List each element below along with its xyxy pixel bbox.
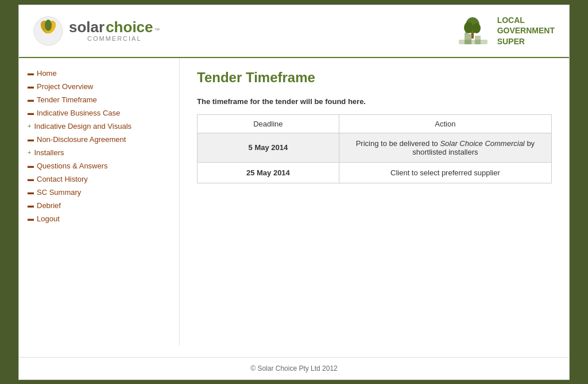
sidebar-item-tender-timeframe[interactable]: ▬ Tender Timeframe bbox=[25, 93, 173, 106]
date-cell-1: 5 May 2014 bbox=[198, 133, 339, 162]
sidebar-item-contact-history[interactable]: ▬ Contact History bbox=[25, 172, 173, 186]
svg-rect-6 bbox=[475, 36, 481, 44]
svg-rect-5 bbox=[465, 34, 471, 44]
nav-link-indicative-design[interactable]: Indicative Design and Visuals bbox=[34, 122, 131, 130]
sidebar-item-debrief[interactable]: ▬ Debrief bbox=[25, 199, 173, 212]
nav-arrow-sc: ▬ bbox=[28, 189, 34, 195]
brand-italic: Solar Choice Commercial bbox=[440, 139, 524, 148]
timeframe-table: Deadline Action 5 May 2014 Pricing to be… bbox=[197, 114, 552, 183]
sidebar-item-logout[interactable]: ▬ Logout bbox=[25, 212, 173, 225]
sidebar-item-project-overview[interactable]: ▬ Project Overview bbox=[25, 80, 173, 93]
logo-lgs: LOCAL GOVERNMENT SUPER bbox=[456, 14, 555, 48]
logo-tm: ™ bbox=[154, 28, 160, 33]
logo-choice-word: choice bbox=[106, 20, 153, 34]
svg-point-10 bbox=[473, 23, 481, 33]
nav-arrow-debrief: ▬ bbox=[28, 202, 34, 209]
col-header-deadline: Deadline bbox=[198, 114, 339, 133]
lgs-logo-icon bbox=[456, 14, 490, 48]
footer-text: © Solar Choice Pty Ltd 2012 bbox=[250, 364, 338, 373]
lgs-text: LOCAL GOVERNMENT SUPER bbox=[497, 15, 555, 47]
nav-link-home[interactable]: Home bbox=[37, 69, 57, 78]
page-title: Tender Timeframe bbox=[197, 70, 552, 86]
nav-arrow-home: ▬ bbox=[28, 70, 34, 76]
footer: © Solar Choice Pty Ltd 2012 bbox=[19, 357, 569, 379]
nav-link-tender-timeframe[interactable]: Tender Timeframe bbox=[37, 95, 97, 104]
sidebar-item-nda[interactable]: ▬ Non-Disclosure Agreement bbox=[25, 133, 173, 146]
nav-link-nda[interactable]: Non-Disclosure Agreement bbox=[37, 135, 126, 144]
nav-link-qa[interactable]: Questions & Answers bbox=[37, 162, 108, 170]
svg-point-3 bbox=[45, 20, 52, 31]
nav-arrow-project: ▬ bbox=[28, 83, 34, 90]
nav-link-sc-summary[interactable]: SC Summary bbox=[37, 188, 81, 197]
intro-text: The timeframe for the tender will be fou… bbox=[197, 97, 552, 106]
nav-arrow-qa: ▬ bbox=[28, 162, 34, 169]
logo-solar-word: solar bbox=[69, 20, 105, 34]
sidebar-item-qa[interactable]: ▬ Questions & Answers bbox=[25, 159, 173, 172]
nav-arrow-ibc: ▬ bbox=[28, 109, 34, 116]
nav-arrow-tender: ▬ bbox=[28, 96, 34, 103]
nav-arrow-design: + bbox=[28, 122, 31, 129]
sidebar: ▬ Home ▬ Project Overview ▬ Tender Timef… bbox=[19, 58, 180, 345]
sidebar-item-home[interactable]: ▬ Home bbox=[25, 67, 173, 80]
lgs-government: GOVERNMENT bbox=[497, 25, 555, 36]
nav-arrow-logout: ▬ bbox=[28, 215, 34, 222]
page-container: solar choice ™ COMMERCIAL bbox=[18, 5, 570, 380]
svg-point-9 bbox=[464, 22, 473, 33]
nav-link-contact-history[interactable]: Contact History bbox=[37, 175, 88, 183]
table-row-1: 5 May 2014 Pricing to be delivered to So… bbox=[198, 133, 552, 162]
sidebar-item-indicative-business-case[interactable]: ▬ Indicative Business Case bbox=[25, 106, 173, 120]
date-cell-2: 25 May 2014 bbox=[198, 162, 339, 183]
main-layout: ▬ Home ▬ Project Overview ▬ Tender Timef… bbox=[19, 58, 569, 345]
lgs-super: SUPER bbox=[497, 36, 555, 47]
action-cell-1: Pricing to be delivered to Solar Choice … bbox=[339, 133, 551, 162]
nav-link-indicative-business-case[interactable]: Indicative Business Case bbox=[37, 109, 120, 117]
action-cell-2: Client to select preferred supplier bbox=[339, 162, 551, 183]
svg-rect-4 bbox=[459, 40, 488, 44]
header: solar choice ™ COMMERCIAL bbox=[19, 5, 569, 58]
col-header-action: Action bbox=[339, 114, 551, 133]
sidebar-item-installers[interactable]: + Installers bbox=[25, 146, 173, 159]
nav-arrow-contact: ▬ bbox=[28, 175, 34, 182]
nav-link-project-overview[interactable]: Project Overview bbox=[37, 82, 93, 91]
nav-link-installers[interactable]: Installers bbox=[34, 148, 64, 157]
sidebar-item-sc-summary[interactable]: ▬ SC Summary bbox=[25, 186, 173, 199]
sidebar-item-indicative-design[interactable]: + Indicative Design and Visuals bbox=[25, 120, 173, 133]
content-area: Tender Timeframe The timeframe for the t… bbox=[180, 58, 569, 345]
logo-text: solar choice ™ COMMERCIAL bbox=[69, 20, 160, 42]
lgs-local: LOCAL bbox=[497, 15, 555, 25]
nav-arrow-installers: + bbox=[28, 149, 31, 156]
nav-arrow-nda: ▬ bbox=[28, 136, 34, 143]
table-row-2: 25 May 2014 Client to select preferred s… bbox=[198, 162, 552, 183]
nav-link-debrief[interactable]: Debrief bbox=[37, 201, 61, 210]
solar-choice-logo-icon bbox=[33, 16, 63, 46]
nav-link-logout[interactable]: Logout bbox=[37, 214, 60, 223]
logo-solar-choice: solar choice ™ COMMERCIAL bbox=[33, 16, 160, 46]
logo-commercial: COMMERCIAL bbox=[69, 36, 160, 42]
